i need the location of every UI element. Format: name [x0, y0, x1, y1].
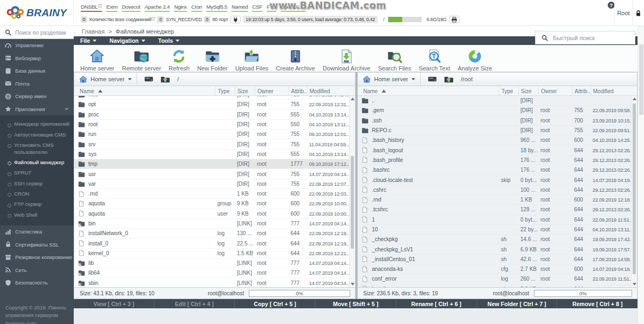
column-header-modified[interactable]: Modified [590, 86, 637, 96]
file-row[interactable]: kernel_0log1.5 KBroot64422.09.2019 12:21… [74, 249, 349, 258]
file-row[interactable]: lib[LINK]root77714.07.2019 04:14... [74, 258, 349, 268]
sidebar-subitem-Файловый менеджер[interactable]: Файловый менеджер [0, 158, 74, 168]
toolbar-new-folder[interactable]: New Folder [194, 47, 231, 72]
sidebar-subitem-Автоустановщик CMS[interactable]: Автоустановщик CMS [0, 129, 74, 140]
file-row[interactable]: aquotauser9 KBroot60022.09.2019 10:00... [74, 209, 349, 219]
scroll-up-arrow[interactable] [632, 96, 637, 102]
file-row[interactable]: opt[DIR]root75522.09.2019 12:31... [74, 100, 349, 109]
brainycp-link[interactable]: brainycp.com [5, 320, 36, 324]
column-header-attrib[interactable]: Attrib... [288, 86, 307, 96]
sidebar-search-input[interactable] [15, 29, 69, 36]
logout-button[interactable] [632, 0, 644, 26]
menu-tools[interactable]: Tools [152, 36, 186, 45]
file-row[interactable]: 10 byt...root64422.09.2019 11:51... [358, 215, 631, 225]
quick-search-input[interactable] [553, 35, 629, 41]
file-row[interactable]: .rnd1 KBroot60022.09.2019 12:18... [358, 195, 631, 205]
sidebar-item-Вебсервер[interactable]: Вебсервер [0, 52, 74, 65]
connections-button[interactable] [230, 16, 241, 23]
column-header-modified[interactable]: Modified [307, 86, 355, 96]
sidebar-subitem-Web Shell[interactable]: Web Shell [0, 210, 74, 220]
sidebar-item-Статистика[interactable]: Статистика [0, 225, 74, 238]
scrollbar-thumb[interactable] [633, 103, 636, 274]
column-header-type[interactable]: Type [499, 86, 518, 96]
file-row[interactable]: anaconda-kscfg2.7 KBroot60014.07.2019 04… [358, 264, 631, 274]
scroll-down-arrow[interactable] [350, 281, 355, 287]
action-move[interactable]: Move [ Shift + 5 ] [315, 299, 396, 308]
drive-icon[interactable] [428, 76, 437, 82]
file-row[interactable]: sbin[LINK]root77714.07.2019 04:14... [74, 278, 349, 287]
file-row[interactable]: srv[DIR]root75511.04.2018 04:59... [74, 139, 349, 149]
file-row[interactable]: ..[DIR] [358, 96, 631, 106]
sidebar-item-База данных[interactable]: База данных [0, 64, 74, 77]
sidebar-item-Резервное копирование[interactable]: Резервное копирование [0, 251, 74, 264]
sidebar-subitem-Менеджер приложений[interactable]: Менеджер приложений [0, 119, 74, 129]
drive-icon[interactable] [144, 76, 153, 82]
panel-scrollbar[interactable] [631, 96, 637, 287]
file-row[interactable]: var[DIR]root75522.09.2019 12:07... [74, 179, 349, 189]
service-link[interactable]: Named [231, 4, 248, 12]
file-row[interactable]: .tcshrc129 ...root64429.12.2013 02:26... [358, 205, 631, 215]
breadcrumb-home[interactable]: Главная [82, 28, 105, 35]
file-row[interactable]: root[DIR]root55004.10.2019 13:11... [74, 120, 349, 129]
sidebar-item-Сервер имен[interactable]: Сервер имен [0, 90, 74, 103]
toolbar-search-files[interactable]: Search Files [374, 47, 415, 72]
column-header-attrib[interactable]: Attrib... [572, 86, 590, 96]
menu-file[interactable]: File [74, 36, 103, 45]
toolbar-upload-files[interactable]: Upload Files [231, 47, 272, 72]
service-link[interactable]: Dovecot [122, 4, 140, 12]
toolbar-remote-server[interactable]: Remote server [118, 47, 165, 72]
action-edit[interactable]: Edit [ Ctrl + 4 ] [154, 299, 235, 308]
file-row[interactable]: tmp[DIR]root177709.10.2019 17:12... [74, 159, 349, 169]
toolbar-download-archive[interactable]: ZIPDownload Archive [319, 47, 374, 72]
action-new[interactable]: New Folder [ Ctrl + 7 ] [477, 299, 558, 308]
file-row[interactable]: lib64[LINK]root77714.07.2019 04:14... [74, 268, 349, 278]
folder-up-icon[interactable] [160, 76, 170, 83]
scrollbar-thumb[interactable] [351, 156, 354, 249]
file-row[interactable]: .ssh[DIR]root70023.09.2019 10:15... [358, 116, 631, 126]
sidebar-subitem-FTP сервер[interactable]: FTP сервер [0, 199, 74, 210]
sidebar-subitem-SPRUT[interactable]: SPRUT [0, 168, 74, 178]
column-header-size[interactable]: Size [518, 86, 538, 96]
brainy-logo[interactable]: BRAINY [0, 0, 74, 26]
file-row[interactable]: .bashrc176 ...root64429.12.2013 02:26... [358, 165, 631, 175]
service-link[interactable]: Nginx [174, 4, 187, 12]
server-dropdown[interactable]: Home server [74, 73, 137, 86]
file-row[interactable]: conf_errorlog260 ...root64422.09.2019 11… [358, 274, 631, 284]
sidebar-search[interactable] [0, 26, 74, 39]
file-row[interactable]: _installCentos_01sh42.6 ...root64417.09.… [358, 255, 631, 264]
column-header-name[interactable]: Name [74, 86, 215, 96]
file-row[interactable]: .bash_profile176 ...root64429.12.2013 02… [358, 155, 631, 165]
service-link[interactable]: DNSBL [81, 4, 102, 12]
sidebar-item-Сеть[interactable]: Сеть [0, 263, 74, 276]
scroll-up-arrow[interactable] [350, 96, 355, 102]
disk-button[interactable] [449, 16, 460, 23]
service-link[interactable]: Exim [106, 4, 118, 12]
service-link[interactable]: FTP [267, 4, 276, 12]
file-row[interactable]: sys[DIR]root55504.10.2019 13:14... [74, 150, 349, 159]
page-scrollbar[interactable] [637, 26, 644, 324]
toolbar-analyze-size[interactable]: Analyze Size [454, 47, 496, 72]
file-row[interactable]: .bash_history960 ...root60004.10.2019 14… [358, 135, 631, 145]
panel-scrollbar[interactable] [349, 96, 355, 287]
column-header-owner[interactable]: Owner [538, 86, 572, 96]
file-row[interactable]: install_0log22.5 ...root64422.09.2019 12… [74, 238, 349, 248]
scroll-down-arrow[interactable] [632, 281, 637, 287]
toolbar-create-archive[interactable]: Create Archive [272, 47, 319, 72]
file-row[interactable]: .bash_logout18 by...root64429.12.2013 02… [358, 145, 631, 155]
file-row[interactable]: proc[DIR]root55504.10.2019 13:14... [74, 110, 349, 120]
action-rename[interactable]: Rename [ Ctrl + 6 ] [396, 299, 477, 308]
file-row[interactable]: .rnd1 KBroot60022.09.2019 12:03... [74, 189, 349, 199]
service-link[interactable]: MySql5.5 [207, 4, 227, 12]
file-row[interactable]: .gem[DIR]root75522.09.2019 09:58... [358, 106, 631, 115]
service-link[interactable]: OpenDKIM [281, 4, 306, 12]
file-row[interactable]: usr[DIR]root75514.07.2019 04:14... [74, 169, 349, 179]
column-header-name[interactable]: Name [358, 86, 499, 96]
toolbar-search-text[interactable]: Search Text [415, 47, 454, 72]
service-link[interactable]: Apache 2.4 [145, 4, 170, 12]
quick-search[interactable] [535, 31, 635, 44]
sidebar-item-Приложения[interactable]: Приложения [0, 103, 74, 116]
sidebar-item-Управление[interactable]: Управление [0, 39, 74, 52]
sidebar-subitem-SSH сервер[interactable]: SSH сервер [0, 179, 74, 189]
action-copy[interactable]: Copy [ Ctrl + 5 ] [235, 299, 315, 308]
service-link[interactable]: CSF [252, 4, 262, 12]
